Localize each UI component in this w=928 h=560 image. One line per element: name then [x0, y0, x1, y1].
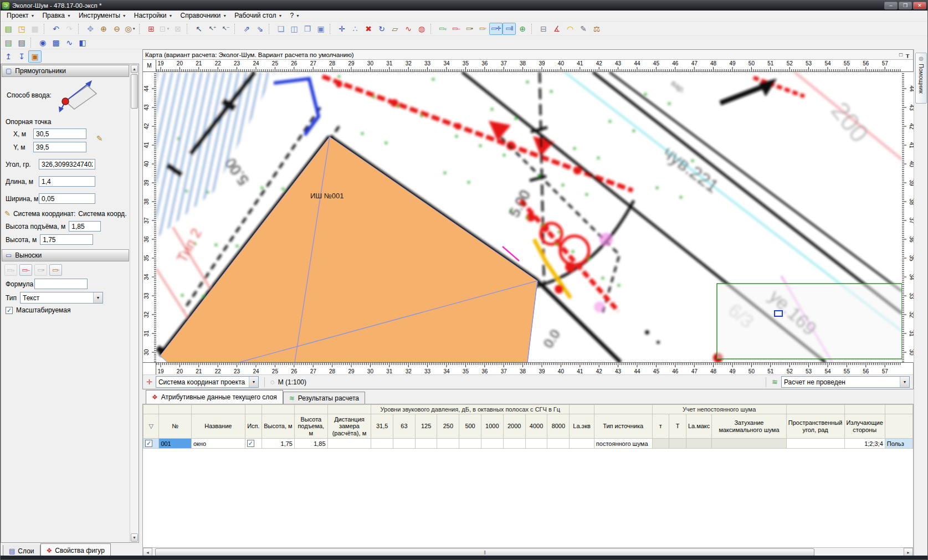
- cell-band[interactable]: [437, 439, 459, 449]
- selection-region[interactable]: [717, 284, 902, 359]
- pick-point-icon[interactable]: ✎: [96, 134, 103, 143]
- column-header[interactable]: 1000: [481, 414, 503, 439]
- type-select[interactable]: Текст ▼: [20, 292, 103, 304]
- callout-scale-icon[interactable]: ▭‖: [503, 23, 516, 35]
- cell-t-big[interactable]: [669, 439, 686, 449]
- scroll-up-icon[interactable]: ▲: [131, 65, 138, 73]
- column-header[interactable]: Высота подъема, м: [294, 414, 327, 439]
- add-to-group-icon[interactable]: ⊞: [145, 23, 158, 35]
- close-button[interactable]: ✕: [913, 2, 926, 9]
- polyline-tool-icon[interactable]: ∿: [402, 23, 415, 35]
- tab-results[interactable]: ≋Результаты расчета: [283, 392, 365, 404]
- delete-shape-icon[interactable]: ✖: [362, 23, 375, 35]
- column-header[interactable]: 31,5: [371, 414, 393, 439]
- assistant-tab[interactable]: ◍ Помощник: [915, 53, 927, 104]
- coordinate-system-select[interactable]: Система координат проекта ▼: [156, 376, 259, 388]
- angle-input[interactable]: [39, 159, 95, 169]
- column-header[interactable]: 250: [437, 414, 459, 439]
- maximize-button[interactable]: ❐: [899, 2, 912, 9]
- edit-nodes-icon[interactable]: ∴: [348, 23, 362, 35]
- cell-band[interactable]: [503, 439, 525, 449]
- column-header[interactable]: 2000: [503, 414, 525, 439]
- zoom-in-icon[interactable]: ⊕: [97, 23, 110, 35]
- lift-height-input[interactable]: [69, 221, 101, 232]
- scroll-down-icon[interactable]: ▼: [131, 533, 138, 542]
- cell-attenuation[interactable]: [712, 439, 786, 449]
- cell-angle[interactable]: [786, 439, 844, 449]
- tab-attributes[interactable]: ❖Атрибутивные данные текущего слоя: [146, 390, 283, 404]
- height-input[interactable]: [40, 234, 93, 245]
- column-header[interactable]: 8000: [547, 414, 570, 439]
- cell-t-small[interactable]: [652, 439, 669, 449]
- new-project-icon[interactable]: ▤: [2, 23, 15, 35]
- cell-name[interactable]: окно: [191, 439, 245, 449]
- menu-item--[interactable]: ?▼: [286, 11, 304, 21]
- row-checkbox[interactable]: [145, 440, 152, 447]
- paste-contour-icon[interactable]: ◫: [288, 23, 301, 35]
- cell-band[interactable]: [415, 439, 437, 449]
- cell-number[interactable]: 001: [159, 439, 192, 449]
- cell-band[interactable]: [459, 439, 481, 449]
- rosette-tool-icon[interactable]: ◍: [415, 23, 428, 35]
- map-pin-icon[interactable]: ┰: [906, 52, 909, 58]
- layers-icon[interactable]: ▤: [15, 37, 28, 49]
- menu-item-справочники[interactable]: Справочники▼: [177, 11, 231, 21]
- volume-source-icon[interactable]: ◧: [76, 37, 89, 49]
- column-header[interactable]: [885, 414, 912, 439]
- callout-remove-icon[interactable]: ▭₋: [449, 23, 463, 35]
- cell-sides[interactable]: 1;2;3;4: [844, 439, 885, 449]
- report-icon[interactable]: ✎: [577, 23, 590, 35]
- scales-icon[interactable]: ⚖: [590, 23, 603, 35]
- column-header[interactable]: Тип источника: [594, 414, 652, 439]
- column-header[interactable]: Название: [191, 414, 245, 439]
- callout-remove-icon[interactable]: ▭₋: [19, 264, 32, 276]
- column-header[interactable]: Т: [669, 414, 686, 439]
- column-header[interactable]: 63: [393, 414, 416, 439]
- cell-extra[interactable]: Польз: [885, 439, 912, 449]
- calculation-status-select[interactable]: Расчет не проведен ▼: [781, 376, 910, 388]
- paste-shape-icon[interactable]: ❐: [301, 23, 314, 35]
- y-input[interactable]: [33, 142, 86, 152]
- copy-shape-icon[interactable]: ❏: [274, 23, 288, 35]
- menu-item-рабочий-стол[interactable]: Рабочий стол▼: [230, 11, 286, 21]
- sidebar-scrollbar-thumb[interactable]: [131, 74, 138, 109]
- cursor-remove-icon[interactable]: ↖⁻: [219, 23, 232, 35]
- cursor-move-icon[interactable]: ⇘: [253, 23, 266, 35]
- menu-item-проект[interactable]: Проект▼: [3, 11, 38, 21]
- panel-up-icon[interactable]: ↥: [2, 50, 15, 63]
- column-header[interactable]: Затухание максимального шума: [712, 414, 786, 439]
- callout-move-icon[interactable]: ▭✛: [489, 23, 503, 35]
- cell-lamax[interactable]: [686, 439, 711, 449]
- column-header[interactable]: 4000: [525, 414, 547, 439]
- chevron-down-icon[interactable]: ▼: [900, 377, 909, 387]
- undo-icon[interactable]: ↶: [49, 23, 63, 35]
- column-header[interactable]: Пространственный угол, рад: [786, 414, 844, 439]
- column-header-select[interactable]: ▽: [143, 414, 159, 439]
- column-header[interactable]: Lа.макс: [686, 414, 711, 439]
- callout-add-icon[interactable]: ▭₊: [436, 23, 449, 35]
- rotate-shape-icon[interactable]: ↻: [375, 23, 388, 35]
- menu-item-инструменты[interactable]: Инструменты▼: [75, 11, 130, 21]
- edit-coordinate-system-icon[interactable]: ✎: [4, 209, 11, 218]
- column-header[interactable]: 500: [459, 414, 481, 439]
- chevron-down-icon[interactable]: ▼: [93, 292, 102, 303]
- pan-mode-icon[interactable]: ✥: [84, 23, 97, 35]
- column-header[interactable]: Дистанция замера (расчёта), м: [327, 414, 371, 439]
- column-header[interactable]: Излучающие стороны: [844, 414, 885, 439]
- cell-height[interactable]: 1,75: [262, 439, 294, 449]
- sidebar-scrollbar[interactable]: ▲ ▼: [130, 64, 139, 542]
- area-source-icon[interactable]: ▩: [49, 37, 63, 49]
- callout-style-icon[interactable]: ▭◦: [49, 264, 62, 276]
- callout-show-icon[interactable]: ▭•: [463, 23, 476, 35]
- cell-distance[interactable]: [327, 439, 371, 449]
- cell-band[interactable]: [393, 439, 416, 449]
- cell-laeq[interactable]: [570, 439, 594, 449]
- chevron-down-icon[interactable]: ▼: [249, 377, 258, 387]
- print-icon[interactable]: ⊟: [537, 23, 550, 35]
- zoom-selection-icon[interactable]: ⊕: [516, 23, 529, 35]
- expertise-icon[interactable]: ◠: [563, 23, 577, 35]
- minimize-button[interactable]: –: [884, 2, 898, 9]
- line-source-icon[interactable]: ∿: [63, 37, 76, 49]
- open-project-icon[interactable]: ◳: [15, 23, 28, 35]
- column-header[interactable]: Исп.: [245, 414, 262, 439]
